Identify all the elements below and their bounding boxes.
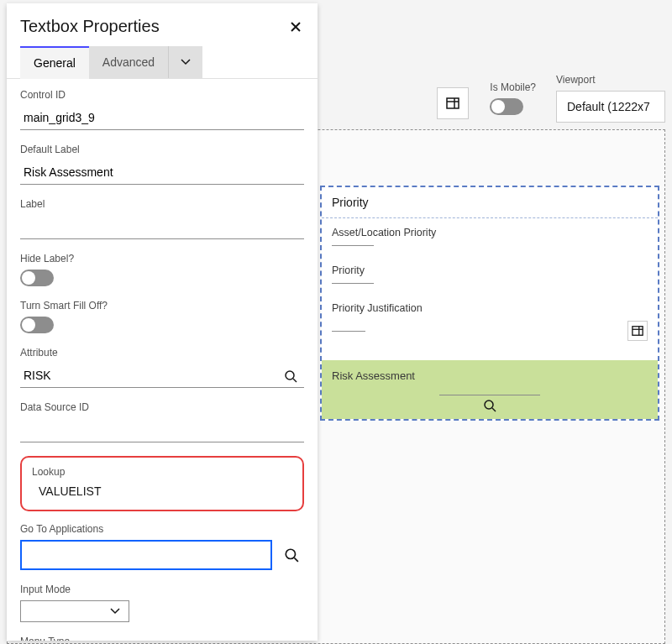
tab-general[interactable]: General (20, 46, 89, 79)
field-underline (332, 245, 374, 246)
risk-search-indicator (439, 395, 540, 412)
risk-assessment-field-selected[interactable]: Risk Assessment (322, 360, 658, 419)
close-button[interactable] (287, 18, 304, 35)
goto-applications-field: Go To Applications (20, 523, 304, 570)
smart-fill-toggle[interactable] (20, 317, 54, 333)
input-mode-label: Input Mode (20, 584, 304, 595)
control-id-input[interactable] (20, 106, 304, 130)
priority-section[interactable]: Priority Asset/Location Priority Priorit… (320, 186, 659, 421)
lookup-value[interactable]: VALUELIST (32, 484, 292, 498)
label-input[interactable] (20, 215, 304, 239)
svg-rect-0 (447, 98, 459, 108)
smart-fill-field: Turn Smart Fill Off? (20, 300, 304, 333)
hide-label-label: Hide Label? (20, 253, 304, 264)
svg-line-11 (294, 558, 298, 562)
priority-section-body: Asset/Location Priority Priority Priorit… (322, 218, 658, 419)
form-body: Control ID Default Label Label Hide Labe… (7, 79, 318, 641)
is-mobile-label: Is Mobile? (490, 81, 536, 93)
search-icon (483, 399, 496, 412)
field-action-button[interactable] (627, 321, 648, 341)
attribute-label: Attribute (20, 347, 304, 359)
svg-rect-3 (633, 327, 643, 336)
hide-label-field: Hide Label? (20, 253, 304, 286)
top-toolbar: Is Mobile? Viewport Default (1222x7 (490, 74, 665, 123)
control-id-label: Control ID (20, 89, 304, 101)
input-mode-field: Input Mode (20, 584, 304, 622)
svg-point-10 (286, 549, 295, 558)
field-underline (332, 283, 374, 284)
tab-bar: General Advanced (7, 46, 318, 79)
hide-label-toggle[interactable] (20, 270, 54, 286)
search-icon (284, 547, 299, 563)
label-label: Label (20, 198, 304, 210)
input-mode-select[interactable] (20, 600, 129, 622)
datasource-tool-button[interactable] (437, 87, 469, 119)
tab-overflow-button[interactable] (168, 46, 202, 78)
goto-lookup-button[interactable] (279, 542, 304, 568)
viewport-select[interactable]: Default (1222x7 (556, 91, 665, 123)
field-underline (332, 331, 365, 332)
menu-type-field: Menu Type (20, 636, 304, 641)
chevron-down-icon (181, 59, 191, 65)
viewport-group: Viewport Default (1222x7 (556, 74, 665, 123)
field-row (332, 321, 648, 342)
goto-label: Go To Applications (20, 523, 304, 535)
is-mobile-group: Is Mobile? (490, 81, 536, 115)
properties-panel: Textbox Properties General Advanced Cont… (7, 3, 318, 641)
svg-point-6 (485, 401, 493, 409)
data-source-label: Data Source ID (20, 401, 304, 413)
table-icon (632, 325, 643, 337)
default-label-label: Default Label (20, 144, 304, 155)
risk-assessment-label: Risk Assessment (332, 369, 415, 382)
priority-field-label: Priority (332, 264, 648, 276)
priority-field[interactable]: Priority (332, 264, 648, 284)
lookup-field-highlighted: Lookup VALUELIST (20, 456, 304, 511)
panel-title: Textbox Properties (20, 17, 160, 36)
viewport-value: Default (1222x7 (567, 100, 650, 113)
lookup-label: Lookup (32, 466, 292, 478)
asset-location-field[interactable]: Asset/Location Priority (332, 227, 648, 246)
menu-type-label: Menu Type (20, 636, 304, 641)
svg-point-8 (286, 371, 294, 380)
attribute-lookup-button[interactable] (277, 365, 304, 388)
justification-field[interactable]: Priority Justification (332, 302, 648, 342)
justification-label: Priority Justification (332, 302, 648, 314)
viewport-label: Viewport (556, 74, 665, 86)
is-mobile-toggle[interactable] (490, 98, 523, 115)
svg-line-9 (293, 379, 297, 382)
close-icon (291, 22, 301, 32)
attribute-input[interactable] (20, 364, 277, 388)
default-label-field: Default Label (20, 144, 304, 185)
control-id-field: Control ID (20, 89, 304, 130)
label-field: Label (20, 198, 304, 239)
search-icon (284, 369, 297, 383)
table-icon (446, 97, 459, 110)
data-source-input[interactable] (20, 418, 304, 442)
priority-section-header[interactable]: Priority (322, 187, 658, 218)
goto-input[interactable] (20, 540, 272, 570)
panel-header: Textbox Properties (7, 17, 318, 46)
asset-location-label: Asset/Location Priority (332, 227, 648, 238)
attribute-field: Attribute (20, 347, 304, 388)
svg-line-7 (492, 408, 496, 411)
smart-fill-label: Turn Smart Fill Off? (20, 300, 304, 312)
chevron-down-icon (110, 608, 120, 615)
tab-advanced[interactable]: Advanced (89, 46, 168, 78)
data-source-field: Data Source ID (20, 401, 304, 442)
default-label-input[interactable] (20, 160, 304, 185)
